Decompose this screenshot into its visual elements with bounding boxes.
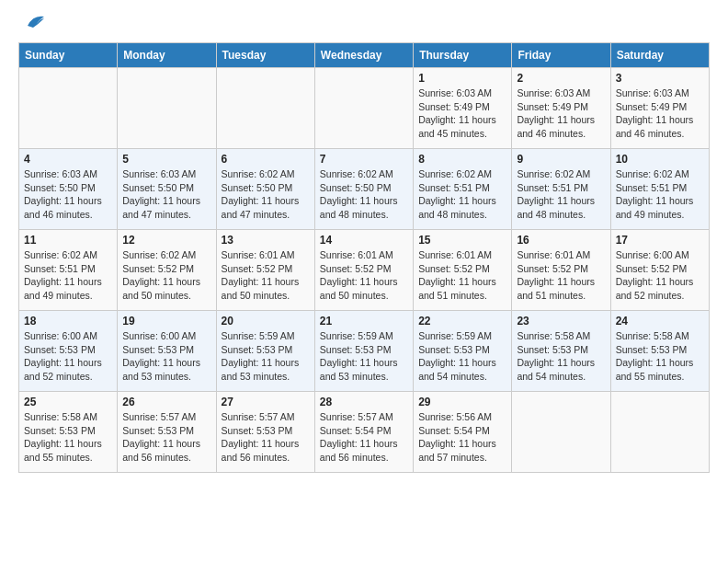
calendar-cell: 7Sunrise: 6:02 AM Sunset: 5:50 PM Daylig… (314, 149, 413, 230)
day-info: Sunrise: 5:59 AM Sunset: 5:53 PM Dayligh… (222, 329, 310, 384)
day-number: 26 (122, 396, 210, 408)
day-number: 18 (24, 315, 112, 327)
day-number: 2 (517, 72, 605, 85)
calendar-cell: 18Sunrise: 6:00 AM Sunset: 5:53 PM Dayli… (19, 311, 118, 392)
day-info: Sunrise: 6:03 AM Sunset: 5:49 PM Dayligh… (616, 86, 704, 141)
calendar-cell: 19Sunrise: 6:00 AM Sunset: 5:53 PM Dayli… (118, 311, 216, 392)
day-info: Sunrise: 6:02 AM Sunset: 5:50 PM Dayligh… (320, 167, 408, 222)
day-number: 19 (122, 315, 210, 327)
day-info: Sunrise: 6:02 AM Sunset: 5:50 PM Dayligh… (222, 167, 310, 222)
day-info: Sunrise: 6:02 AM Sunset: 5:51 PM Dayligh… (24, 248, 112, 303)
calendar-cell: 20Sunrise: 5:59 AM Sunset: 5:53 PM Dayli… (216, 311, 314, 392)
day-header-thursday: Thursday (414, 43, 512, 68)
calendar-cell: 2Sunrise: 6:03 AM Sunset: 5:49 PM Daylig… (512, 68, 610, 149)
calendar-cell (610, 392, 709, 473)
calendar-cell: 25Sunrise: 5:58 AM Sunset: 5:53 PM Dayli… (19, 392, 118, 473)
day-info: Sunrise: 5:56 AM Sunset: 5:54 PM Dayligh… (418, 410, 506, 465)
calendar-cell: 16Sunrise: 6:01 AM Sunset: 5:52 PM Dayli… (512, 230, 610, 311)
day-number: 13 (222, 234, 310, 247)
calendar-cell: 4Sunrise: 6:03 AM Sunset: 5:50 PM Daylig… (19, 149, 118, 230)
day-info: Sunrise: 6:03 AM Sunset: 5:49 PM Dayligh… (517, 86, 605, 141)
day-number: 7 (320, 153, 408, 166)
calendar-cell: 24Sunrise: 5:58 AM Sunset: 5:53 PM Dayli… (610, 311, 709, 392)
calendar-table: SundayMondayTuesdayWednesdayThursdayFrid… (18, 42, 710, 473)
calendar-cell: 10Sunrise: 6:02 AM Sunset: 5:51 PM Dayli… (610, 149, 709, 230)
day-header-sunday: Sunday (19, 43, 118, 68)
day-info: Sunrise: 5:57 AM Sunset: 5:53 PM Dayligh… (122, 410, 210, 465)
day-info: Sunrise: 6:01 AM Sunset: 5:52 PM Dayligh… (418, 248, 506, 303)
day-info: Sunrise: 6:00 AM Sunset: 5:52 PM Dayligh… (616, 248, 704, 303)
calendar-cell: 28Sunrise: 5:57 AM Sunset: 5:54 PM Dayli… (314, 392, 413, 473)
day-number: 9 (517, 153, 605, 166)
day-number: 4 (24, 153, 112, 166)
day-info: Sunrise: 6:01 AM Sunset: 5:52 PM Dayligh… (320, 248, 408, 303)
page-header (18, 15, 710, 33)
day-info: Sunrise: 6:00 AM Sunset: 5:53 PM Dayligh… (122, 329, 210, 384)
calendar-cell: 12Sunrise: 6:02 AM Sunset: 5:52 PM Dayli… (118, 230, 216, 311)
day-header-friday: Friday (512, 43, 610, 68)
calendar-week-row: 4Sunrise: 6:03 AM Sunset: 5:50 PM Daylig… (19, 149, 710, 230)
day-info: Sunrise: 6:00 AM Sunset: 5:53 PM Dayligh… (24, 329, 112, 384)
calendar-cell (216, 68, 314, 149)
calendar-cell: 1Sunrise: 6:03 AM Sunset: 5:49 PM Daylig… (414, 68, 512, 149)
day-number: 12 (122, 234, 210, 247)
calendar-cell (512, 392, 610, 473)
day-info: Sunrise: 5:57 AM Sunset: 5:54 PM Dayligh… (320, 410, 408, 465)
day-number: 25 (24, 396, 112, 408)
calendar-cell: 6Sunrise: 6:02 AM Sunset: 5:50 PM Daylig… (216, 149, 314, 230)
day-info: Sunrise: 6:02 AM Sunset: 5:51 PM Dayligh… (616, 167, 704, 222)
day-info: Sunrise: 6:02 AM Sunset: 5:52 PM Dayligh… (122, 248, 210, 303)
day-number: 11 (24, 234, 112, 247)
calendar-week-row: 25Sunrise: 5:58 AM Sunset: 5:53 PM Dayli… (19, 392, 710, 473)
day-number: 29 (418, 396, 506, 408)
calendar-cell: 9Sunrise: 6:02 AM Sunset: 5:51 PM Daylig… (512, 149, 610, 230)
day-info: Sunrise: 5:57 AM Sunset: 5:53 PM Dayligh… (222, 410, 310, 465)
day-number: 28 (320, 396, 408, 408)
day-info: Sunrise: 6:02 AM Sunset: 5:51 PM Dayligh… (418, 167, 506, 222)
day-number: 3 (616, 72, 704, 85)
calendar-cell (19, 68, 118, 149)
calendar-week-row: 18Sunrise: 6:00 AM Sunset: 5:53 PM Dayli… (19, 311, 710, 392)
day-number: 27 (222, 396, 310, 408)
day-number: 23 (517, 315, 605, 327)
calendar-header-row: SundayMondayTuesdayWednesdayThursdayFrid… (19, 43, 710, 68)
calendar-cell: 22Sunrise: 5:59 AM Sunset: 5:53 PM Dayli… (414, 311, 512, 392)
calendar-cell (314, 68, 413, 149)
day-number: 15 (418, 234, 506, 247)
calendar-cell: 5Sunrise: 6:03 AM Sunset: 5:50 PM Daylig… (118, 149, 216, 230)
day-info: Sunrise: 5:59 AM Sunset: 5:53 PM Dayligh… (418, 329, 506, 384)
calendar-cell: 17Sunrise: 6:00 AM Sunset: 5:52 PM Dayli… (610, 230, 709, 311)
day-info: Sunrise: 6:02 AM Sunset: 5:51 PM Dayligh… (517, 167, 605, 222)
calendar-cell: 11Sunrise: 6:02 AM Sunset: 5:51 PM Dayli… (19, 230, 118, 311)
calendar-cell: 26Sunrise: 5:57 AM Sunset: 5:53 PM Dayli… (118, 392, 216, 473)
day-number: 17 (616, 234, 704, 247)
calendar-cell: 8Sunrise: 6:02 AM Sunset: 5:51 PM Daylig… (414, 149, 512, 230)
calendar-cell: 15Sunrise: 6:01 AM Sunset: 5:52 PM Dayli… (414, 230, 512, 311)
day-number: 20 (222, 315, 310, 327)
day-number: 8 (418, 153, 506, 166)
day-info: Sunrise: 6:03 AM Sunset: 5:50 PM Dayligh… (24, 167, 112, 222)
day-info: Sunrise: 6:01 AM Sunset: 5:52 PM Dayligh… (517, 248, 605, 303)
logo (18, 18, 46, 33)
day-info: Sunrise: 6:03 AM Sunset: 5:49 PM Dayligh… (418, 86, 506, 141)
calendar-cell (118, 68, 216, 149)
calendar-week-row: 11Sunrise: 6:02 AM Sunset: 5:51 PM Dayli… (19, 230, 710, 311)
calendar-cell: 21Sunrise: 5:59 AM Sunset: 5:53 PM Dayli… (314, 311, 413, 392)
day-number: 10 (616, 153, 704, 166)
day-header-wednesday: Wednesday (314, 43, 413, 68)
day-number: 1 (418, 72, 506, 85)
calendar-cell: 13Sunrise: 6:01 AM Sunset: 5:52 PM Dayli… (216, 230, 314, 311)
day-number: 21 (320, 315, 408, 327)
day-info: Sunrise: 5:58 AM Sunset: 5:53 PM Dayligh… (517, 329, 605, 384)
day-header-saturday: Saturday (610, 43, 709, 68)
day-number: 6 (222, 153, 310, 166)
calendar-week-row: 1Sunrise: 6:03 AM Sunset: 5:49 PM Daylig… (19, 68, 710, 149)
day-info: Sunrise: 6:01 AM Sunset: 5:52 PM Dayligh… (222, 248, 310, 303)
day-info: Sunrise: 5:59 AM Sunset: 5:53 PM Dayligh… (320, 329, 408, 384)
day-number: 14 (320, 234, 408, 247)
day-info: Sunrise: 5:58 AM Sunset: 5:53 PM Dayligh… (616, 329, 704, 384)
day-header-tuesday: Tuesday (216, 43, 314, 68)
calendar-cell: 29Sunrise: 5:56 AM Sunset: 5:54 PM Dayli… (414, 392, 512, 473)
calendar-cell: 14Sunrise: 6:01 AM Sunset: 5:52 PM Dayli… (314, 230, 413, 311)
day-number: 16 (517, 234, 605, 247)
